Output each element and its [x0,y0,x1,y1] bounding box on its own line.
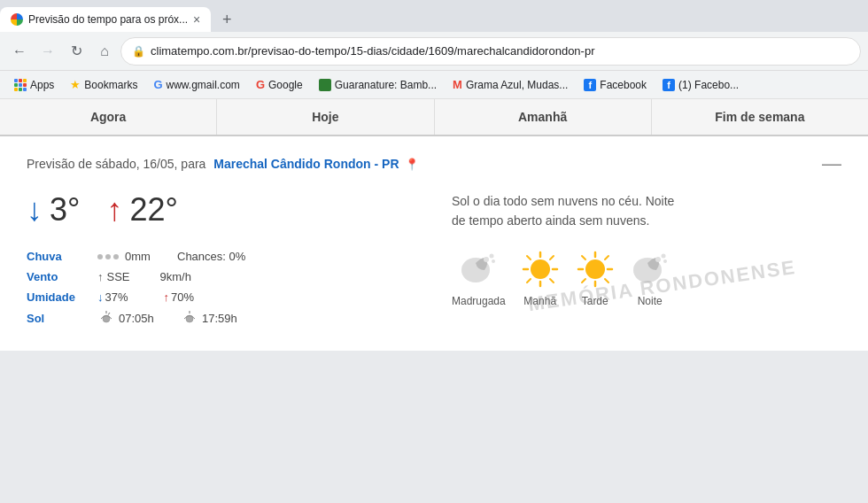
umidade-down-arrow: ↓ [97,290,104,304]
svg-line-17 [527,279,531,282]
address-bar[interactable]: 🔒 climatempo.com.br/previsao-do-tempo/15… [120,37,861,66]
temp-down-arrow: ↓ [27,191,43,228]
back-button[interactable]: ← [7,39,32,64]
bookmark-facebook[interactable]: f Facebook [577,76,654,94]
sol-set-time: 17:59h [202,312,237,325]
weather-description: Sol o dia todo sem nuvens no céu. Noite … [452,191,682,231]
content-area: Agora Hoje Amanhã Fim de semana Previsão… [0,99,868,503]
manha-icon [520,249,561,290]
madrugada-label: Madrugada [452,295,506,307]
star-icon: ★ [70,78,81,91]
period-manha: Manhã [520,249,561,307]
bookmark-guaranature[interactable]: Guaranature: Bamb... [312,76,444,94]
bookmarks-label: Bookmarks [84,79,137,91]
svg-point-30 [663,259,667,263]
tab-title: Previsão do tempo para os próx... [28,13,188,26]
gmail-label: www.gmail.com [167,79,240,91]
tab-agora[interactable]: Agora [0,99,217,135]
period-madrugada: Madrugada [452,249,506,307]
rain-dot2 [105,254,111,259]
svg-line-2 [108,313,110,315]
chuva-value: 0mm [125,250,151,263]
svg-point-8 [492,259,495,263]
tab-hoje[interactable]: Hoje [217,99,434,135]
vento-row: Vento ↑ SSE 9km/h [27,270,416,283]
svg-line-14 [527,256,531,259]
umidade-up-arrow: ↑ [164,290,170,304]
tarde-label: Tarde [582,295,608,307]
period-tarde: Tarde [575,249,616,307]
temp-row: ↓ 3° ↑ 22° [27,191,416,228]
sol-rise-icon [97,311,115,326]
rain-dot1 [97,254,103,259]
vento-direction: SSE [107,270,143,283]
sol-row: Sol 07:05h [27,311,416,326]
reload-button[interactable]: ↻ [64,39,89,64]
apps-grid-icon [14,79,27,91]
weather-right: Sol o dia todo sem nuvens no céu. Noite … [452,191,841,333]
temp-min-value: 3° [50,191,80,228]
bookmark-gmail[interactable]: G www.gmail.com [146,75,246,94]
temp-max: ↑ 22° [106,191,177,228]
sol-label: Sol [27,312,97,325]
svg-point-28 [655,257,661,262]
sol-set-icon [181,311,198,326]
detail-rows: Chuva 0mm Chances: 0% Vento [27,250,416,326]
facebook2-label: (1) Facebo... [678,79,739,91]
tarde-icon [575,249,616,290]
bookmark-grama[interactable]: M Grama Azul, Mudas... [446,75,575,94]
svg-line-25 [605,256,608,259]
period-noite: Noite [630,249,670,307]
weather-header-text: Previsão de sábado, 16/05, para Marechal… [27,157,419,171]
vento-speed: 9km/h [160,270,191,283]
svg-line-16 [550,256,554,259]
svg-point-6 [484,257,489,262]
tab-amanha[interactable]: Amanhã [435,99,652,135]
tab-fim-de-semana[interactable]: Fim de semana [652,99,868,135]
svg-point-29 [661,253,665,258]
facebook-label: Facebook [600,79,647,91]
bookmark-bookmarks[interactable]: ★ Bookmarks [63,75,144,94]
tab-close-button[interactable]: × [193,12,200,27]
home-button[interactable]: ⌂ [92,39,117,64]
chuva-row: Chuva 0mm Chances: 0% [27,250,416,263]
umidade-row: Umidade ↓ 37% ↑ 70% [27,290,416,304]
svg-point-9 [531,259,550,279]
weather-body: ↓ 3° ↑ 22° Chuva [27,191,841,333]
tab-favicon [11,13,23,26]
vento-label: Vento [27,270,97,283]
gmail-m-icon: M [453,78,462,91]
svg-point-18 [585,259,605,279]
location-link[interactable]: Marechal Cândido Rondon - PR [213,157,399,171]
period-icons: Madrugada [452,249,841,307]
svg-line-23 [582,256,585,259]
svg-line-15 [550,279,554,282]
google-icon-google: G [256,78,265,91]
collapse-button[interactable]: — [822,154,841,174]
active-tab[interactable]: Previsão do tempo para os próx... × [0,7,211,32]
bookmark-google[interactable]: G Google [249,75,310,94]
chuva-label: Chuva [27,250,97,263]
forward-button[interactable]: → [35,39,60,64]
apps-label: Apps [30,79,54,91]
weather-card: Previsão de sábado, 16/05, para Marechal… [0,136,868,351]
vento-arrow: ↑ [97,270,104,283]
facebook2-icon: f [663,79,675,91]
guaranature-label: Guaranature: Bamb... [335,79,437,91]
bookmark-facebook2[interactable]: f (1) Facebo... [655,76,746,94]
weather-nav: Agora Hoje Amanhã Fim de semana [0,99,868,136]
address-text: climatempo.com.br/previsao-do-tempo/15-d… [151,44,849,58]
guaranature-icon [319,79,331,91]
noite-icon [630,249,670,290]
rain-dot3 [113,254,119,259]
google-label: Google [268,79,303,91]
temp-min: ↓ 3° [27,191,80,228]
pin-icon: 📍 [405,158,419,171]
bookmark-apps[interactable]: Apps [7,76,61,94]
umidade-min: 37% [105,290,150,304]
lock-icon: 🔒 [132,45,145,58]
google-icon-gmail: G [153,78,162,91]
umidade-max: 70% [171,290,194,304]
manha-label: Manhã [523,295,556,307]
new-tab-button[interactable]: + [214,7,239,32]
